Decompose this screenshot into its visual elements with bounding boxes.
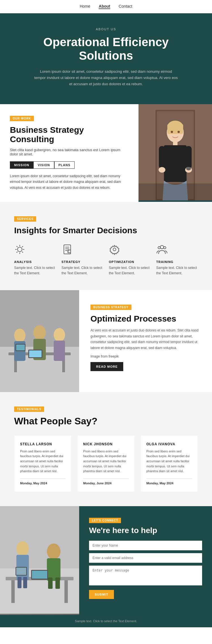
tab-plans[interactable]: PLANS [54, 161, 75, 169]
footer: Sample text. Click to select the Text El… [0, 615, 212, 627]
read-more-button[interactable]: READ MORE [90, 362, 123, 371]
svg-rect-67 [32, 571, 47, 579]
svg-point-58 [16, 541, 29, 556]
footer-text: Sample text. Click to select the Text El… [14, 619, 198, 623]
svg-rect-9 [159, 146, 165, 169]
svg-line-23 [22, 246, 23, 247]
service-optimization: OPTIMIZATION Sample text. Click to selec… [109, 244, 151, 276]
contact-image [0, 506, 79, 615]
svg-line-24 [17, 252, 18, 253]
svg-point-15 [186, 167, 191, 170]
hero-section: ABOUT US Operational Efficiency Solution… [0, 13, 212, 104]
contact-name-input[interactable] [89, 541, 202, 550]
contact-message-input[interactable] [89, 566, 202, 585]
service-training-label: TRAINING [156, 260, 198, 264]
svg-rect-61 [23, 577, 27, 588]
testimonial-3: OLGA IVANOVA Proin sed libero enim sed f… [140, 435, 198, 492]
tab-mission[interactable]: MISSION [10, 161, 33, 169]
svg-rect-65 [55, 577, 60, 589]
our-work-section: OUR WORK Business Strategy Consulting St… [0, 104, 212, 202]
svg-point-14 [178, 131, 180, 133]
service-training-desc: Sample text. Click to select the Text El… [156, 265, 198, 276]
service-strategy-desc: Sample text. Click to select the Text El… [62, 265, 103, 276]
svg-point-16 [18, 247, 22, 252]
svg-rect-64 [48, 577, 53, 589]
biz-strategy-section: BUSINESS STRATEGY Optimized Processes At… [0, 290, 212, 392]
service-strategy-label: STRATEGY [62, 260, 103, 264]
svg-rect-29 [68, 250, 71, 253]
testimonial-3-text: Proin sed libero enim sed faucibus turpi… [146, 449, 192, 474]
service-analysis-desc: Sample text. Click to select the Text El… [14, 265, 56, 276]
svg-point-42 [14, 329, 25, 342]
contact-email-input[interactable] [89, 553, 202, 563]
image-credit: Image from freepik [90, 354, 201, 359]
testimonial-3-date: Monday, May 2024 [146, 482, 192, 485]
svg-rect-51 [16, 345, 25, 350]
biz-strategy-title: Optimized Processes [90, 314, 201, 324]
svg-point-44 [33, 325, 46, 340]
nav-contact[interactable]: Contact [119, 4, 132, 9]
testimonials-section: TESTIMONIALS What People Say? STELLA LAR… [0, 392, 212, 506]
service-optimization-label: OPTIMIZATION [109, 260, 151, 264]
services-title: Insights for Smarter Decisions [14, 226, 198, 235]
svg-point-34 [158, 247, 160, 249]
svg-rect-69 [16, 568, 26, 575]
gear-icon [109, 244, 122, 257]
our-work-badge: OUR WORK [10, 116, 34, 121]
svg-rect-10 [185, 146, 192, 169]
testimonial-3-divider [146, 478, 192, 479]
our-work-body: Lorem ipsum dolor sit amet, consetetur s… [10, 173, 129, 191]
svg-rect-56 [11, 580, 15, 603]
biz-strategy-badge: BUSINESS STRATEGY [90, 305, 131, 310]
our-work-tabs: MISSION VISION PLANS [10, 161, 129, 169]
our-work-title: Business Strategy Consulting [10, 125, 129, 144]
testimonial-2-text: Proin sed libero enim sed faucibus turpi… [83, 449, 129, 474]
contact-form-area: LET'S CONNECT We're here to help SUBMIT [79, 506, 212, 615]
svg-line-22 [22, 252, 23, 253]
svg-rect-54 [0, 506, 79, 568]
svg-rect-49 [29, 350, 42, 357]
testimonial-1-divider [20, 478, 66, 479]
biz-strategy-content: BUSINESS STRATEGY Optimized Processes At… [79, 290, 212, 392]
svg-rect-6 [167, 124, 183, 134]
tab-vision[interactable]: VISION [33, 161, 54, 169]
contact-section: LET'S CONNECT We're here to help SUBMIT [0, 506, 212, 615]
service-strategy: STRATEGY Sample text. Click to select th… [62, 244, 103, 276]
testimonial-3-name: OLGA IVANOVA [146, 442, 192, 446]
testimonial-2: NICK JHONSON Proin sed libero enim sed f… [77, 435, 135, 492]
testimonials-grid: STELLA LARSON Proin sed libero enim sed … [14, 435, 198, 492]
hero-label: ABOUT US [34, 27, 178, 31]
svg-rect-47 [54, 341, 65, 361]
services-grid: ANALYSIS Sample text. Click to select th… [14, 244, 198, 276]
svg-rect-8 [164, 145, 187, 182]
svg-point-32 [113, 248, 116, 251]
svg-rect-60 [18, 577, 21, 588]
testimonial-2-divider [83, 478, 129, 479]
submit-button[interactable]: SUBMIT [89, 590, 114, 599]
our-work-content: OUR WORK Business Strategy Consulting St… [0, 104, 139, 202]
services-badge: SERVICES [14, 216, 36, 222]
svg-point-11 [159, 167, 165, 173]
testimonials-title: What People Say? [14, 416, 198, 426]
svg-point-35 [164, 247, 166, 249]
nav-about[interactable]: About [99, 4, 110, 9]
svg-line-21 [17, 246, 18, 247]
svg-rect-57 [64, 580, 68, 603]
people-icon [156, 244, 170, 257]
svg-point-62 [47, 544, 60, 559]
testimonial-2-name: NICK JHONSON [83, 442, 129, 446]
svg-point-46 [54, 328, 65, 342]
testimonial-1-text: Proin sed libero enim sed faucibus turpi… [20, 449, 66, 474]
nav-home[interactable]: Home [80, 4, 90, 9]
service-training: TRAINING Sample text. Click to select th… [156, 244, 198, 276]
svg-point-13 [171, 131, 173, 133]
service-analysis-label: ANALYSIS [14, 260, 56, 264]
testimonial-1-name: STELLA LARSON [20, 442, 66, 446]
person-image [139, 104, 212, 200]
testimonial-2-date: Monday, June 2024 [83, 482, 129, 485]
testimonial-1-date: Monday, May 2024 [20, 482, 66, 485]
services-section: SERVICES Insights for Smarter Decisions … [0, 202, 212, 290]
our-work-subtitle: Stet clita kasd gubergren, no sea takima… [10, 148, 129, 156]
hero-description: Lorem ipsum dolor sit amet, consetetur s… [34, 69, 178, 87]
document-icon [62, 244, 75, 257]
